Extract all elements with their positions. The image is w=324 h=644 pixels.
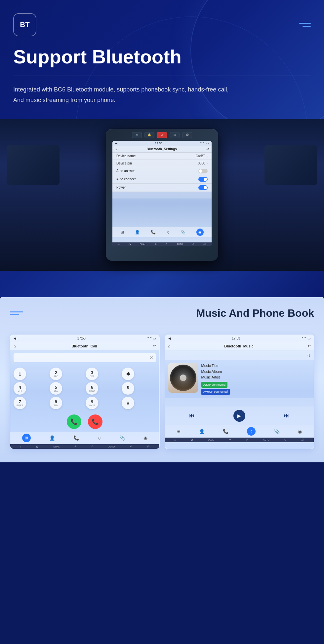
call-status-power: ⏻ (36, 446, 38, 448)
music-album-area: Music Title Music Album Music Artist A2D… (165, 360, 314, 398)
top-btn-1[interactable]: ⚙ (132, 132, 142, 138)
album-art (168, 363, 198, 393)
music-back-btn[interactable]: ↩ (307, 344, 310, 348)
top-btn-2[interactable]: 🔔 (144, 132, 154, 138)
music-tab-bt[interactable]: ◉ (298, 429, 302, 434)
dial-btn-star[interactable]: ✱ (122, 368, 134, 380)
tab-music-icon[interactable]: ♫ (167, 230, 170, 234)
call-status-dual: DUAL (53, 446, 60, 448)
reject-call-button[interactable]: 📞 (88, 414, 102, 429)
screen-bottom-tabs: ⊞ 👤 📞 ♫ 📎 ◉ (112, 227, 212, 237)
dial-btn-6[interactable]: 6MNO (86, 382, 98, 395)
call-time: 17:53 (77, 337, 86, 340)
music-tab-phone[interactable]: 📞 (223, 429, 228, 434)
dial-btn-hash[interactable]: # (122, 397, 134, 409)
dial-btn-3[interactable]: 3DEF (86, 368, 98, 380)
music-tab-music[interactable]: ♫ (247, 427, 256, 436)
call-status-icons: ⌃⌃ ▭ (147, 337, 156, 340)
music-panel-status: ⌂ ⏻ DUAL ❄ ⟳ AUTO ⟲ 🔊 (165, 438, 314, 442)
prev-track-button[interactable]: ⏮ (186, 410, 198, 422)
call-back-btn[interactable]: ↩ (153, 344, 156, 348)
call-home-icon[interactable]: ⌂ (14, 344, 16, 348)
section2-title: Music And Phone Book (196, 307, 314, 319)
status-power: ⏻ (129, 243, 131, 245)
chevron-icon-2: › (207, 161, 208, 165)
auto-answer-toggle[interactable] (198, 169, 208, 173)
dial-btn-9[interactable]: 9WXYZ (86, 397, 98, 409)
toggle-knob-2 (204, 178, 207, 181)
call-actions: 📞 📞 (10, 412, 159, 432)
power-row: Power (112, 184, 212, 192)
status-ac: ❄ (155, 243, 157, 246)
music-tab-clip[interactable]: 📎 (274, 429, 280, 434)
car-bezel: ⚙ 🔔 ⚠ ⊞ ⏻ (106, 129, 218, 261)
auto-connect-toggle[interactable] (198, 177, 208, 182)
tab-person-icon[interactable]: 👤 (135, 230, 140, 234)
section2-header: Music And Phone Book (10, 307, 314, 319)
tab-grid-icon[interactable]: ⊞ (121, 230, 124, 234)
screen-title: Bluetooth_Settings (146, 147, 177, 151)
power-toggle[interactable] (198, 185, 208, 190)
answer-call-button[interactable]: 📞 (67, 414, 81, 429)
menu-line-1 (299, 23, 311, 24)
music-time: 17:53 (232, 337, 240, 340)
call-status-home[interactable]: ⌂ (20, 446, 21, 448)
call-back-icon[interactable]: ◀ (14, 337, 16, 340)
dial-btn-2[interactable]: 2ABC (50, 368, 62, 380)
music-title-text: Music Title (201, 363, 311, 369)
music-status-sync: ⟲ (284, 439, 286, 441)
play-button[interactable]: ▶ (233, 410, 245, 422)
hamburger-menu-icon[interactable] (299, 23, 311, 27)
call-tab-bt[interactable]: ◉ (143, 435, 147, 441)
device-name-row[interactable]: Device name CarBT › (112, 153, 212, 160)
dial-btn-4[interactable]: 4GHI (14, 382, 26, 395)
top-btn-power[interactable]: ⏻ (182, 132, 192, 138)
top-btn-3[interactable]: ⊞ (170, 132, 180, 138)
screen-title-bar: ⌂ Bluetooth_Settings ↩ (112, 146, 212, 153)
call-status-sync: ⟲ (130, 445, 132, 448)
bt-logo-text: BT (20, 20, 29, 29)
call-tab-grid[interactable]: ⊞ (22, 434, 31, 442)
car-unit: ⚙ 🔔 ⚠ ⊞ ⏻ (0, 119, 324, 271)
call-tab-clip[interactable]: 📎 (119, 435, 125, 441)
tab-phone-icon[interactable]: 📞 (151, 230, 156, 234)
call-search-bar[interactable]: ✕ (14, 353, 156, 362)
screen-back-btn[interactable]: ↩ (206, 147, 209, 151)
call-panel-status: ⌂ ⏻ DUAL ❄ ⟳ AUTO ⟲ 🔊 (10, 444, 159, 449)
screen-back-icon[interactable]: ◀ (115, 142, 117, 145)
device-pin-row[interactable]: Device pin 0000 › (112, 160, 212, 167)
music-status-ac: ❄ (229, 439, 231, 441)
section2-divider (10, 326, 314, 326)
music-spacer (165, 398, 314, 407)
end-call-icon: 📞 (92, 418, 99, 425)
dial-btn-0[interactable]: 0+ (122, 382, 134, 395)
screen-status-row: ⌂ ⏻ DUAL ❄ ⟳ AUTO ⟲ 🔊 (112, 242, 212, 246)
music-status-home[interactable]: ⌂ (174, 439, 176, 441)
music-tab-person[interactable]: 👤 (199, 429, 205, 434)
left-vent (7, 145, 60, 185)
tab-clip-icon[interactable]: 📎 (181, 230, 185, 234)
dialpad: 1 2ABC 3DEF ✱ 4GHI 5JKL 6MNO (10, 365, 159, 412)
dial-btn-8[interactable]: 8TUV (50, 397, 62, 409)
dial-btn-5[interactable]: 5JKL (50, 382, 62, 395)
call-tab-music[interactable]: ♫ (97, 435, 101, 441)
device-name-label: Device name (116, 154, 136, 158)
call-tab-person[interactable]: 👤 (49, 435, 55, 441)
dial-btn-7[interactable]: 7PQRS (14, 397, 26, 409)
music-home-icon[interactable]: ⌂ (168, 344, 171, 348)
top-btn-warn[interactable]: ⚠ (157, 132, 167, 138)
music-artist-text: Music Artist (201, 375, 311, 380)
page-title: Support Bluetooth (13, 46, 311, 67)
call-tab-phone[interactable]: 📞 (73, 435, 79, 441)
tab-bt-icon[interactable]: ◉ (196, 229, 204, 236)
music-tab-grid[interactable]: ⊞ (177, 429, 181, 434)
screen-home-icon[interactable]: ⌂ (115, 147, 117, 151)
status-home[interactable]: ⌂ (118, 243, 119, 245)
music-back-icon[interactable]: ◀ (168, 337, 171, 340)
car-mockup: ⚙ 🔔 ⚠ ⊞ ⏻ (0, 119, 324, 271)
section2-menu-icon[interactable] (10, 311, 23, 315)
dial-btn-1[interactable]: 1 (14, 368, 26, 380)
close-icon[interactable]: ✕ (149, 355, 153, 360)
music-status-dual: DUAL (208, 439, 214, 441)
next-track-button[interactable]: ⏭ (281, 410, 293, 422)
